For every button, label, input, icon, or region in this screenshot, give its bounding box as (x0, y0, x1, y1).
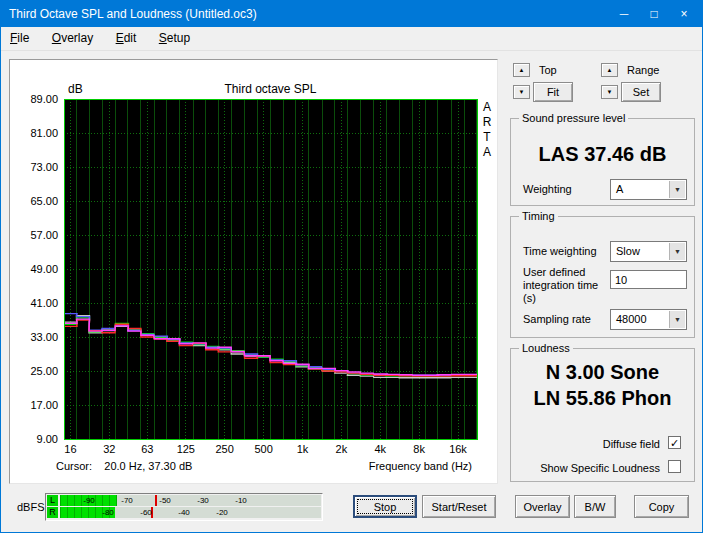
spl-plot[interactable]: 89.0081.0073.0065.0057.0049.0041.0033.00… (10, 60, 499, 485)
time-weighting-value: Slow (616, 245, 640, 257)
y-tick-label: 41.00 (30, 297, 58, 309)
meter-scale-label: -40 (178, 508, 190, 517)
spl-value: LAS 37.46 dB (511, 143, 694, 166)
integration-time-input[interactable] (610, 270, 687, 289)
sampling-rate-select[interactable]: 48000 ▼ (610, 309, 687, 330)
x-tick-label: 2k (336, 443, 348, 455)
sampling-rate-label: Sampling rate (523, 313, 591, 325)
weighting-select[interactable]: A ▼ (610, 179, 687, 200)
meter-bar: -90-70-50-30-10 (60, 495, 321, 506)
fit-button[interactable]: Fit (533, 82, 573, 102)
level-meter: L-90-70-50-30-10R-80-60-40-20 (45, 493, 323, 521)
window-title: Third Octave SPL and Loudness (Untitled.… (9, 1, 257, 27)
diffuse-field-checkbox[interactable]: ✓ (668, 436, 681, 449)
timing-group-legend: Timing (519, 210, 558, 222)
x-tick-label: 4k (374, 443, 386, 455)
integration-time-label: User defined integration time (s) (523, 266, 607, 305)
loudness-group: Loudness N 3.00 Sone LN 55.86 Phon Diffu… (510, 348, 695, 482)
loudness-n-value: N 3.00 Sone (511, 361, 694, 384)
range-up-button[interactable]: ▲ (601, 63, 618, 77)
app-window: Third Octave SPL and Loudness (Untitled.… (0, 0, 703, 533)
dropdown-arrow-icon[interactable]: ▼ (669, 243, 685, 260)
spl-group: Sound pressure level LAS 37.46 dB Weight… (510, 118, 695, 206)
y-tick-label: 9.00 (37, 433, 58, 445)
top-up-button[interactable]: ▲ (513, 63, 530, 77)
stop-button[interactable]: Stop (353, 495, 417, 518)
time-weighting-label: Time weighting (523, 245, 597, 257)
channel-label: L (47, 495, 58, 506)
menu-edit[interactable]: Edit (107, 27, 146, 49)
overlay-button[interactable]: Overlay (515, 495, 570, 518)
menu-bar: File Overlay Edit Setup (1, 27, 702, 51)
chart-title: Third octave SPL (64, 82, 477, 96)
weighting-value: A (616, 183, 623, 195)
top-down-button[interactable]: ▼ (513, 85, 530, 99)
x-axis-label: Frequency band (Hz) (369, 460, 472, 472)
show-specific-loudness-checkbox[interactable] (668, 460, 681, 473)
menu-setup[interactable]: Setup (150, 27, 199, 49)
meter-scale-label: -60 (140, 508, 152, 517)
peak-indicator (155, 495, 157, 506)
meter-scale-label: -80 (102, 508, 114, 517)
copy-button[interactable]: Copy (634, 495, 689, 518)
x-tick-label: 8k (413, 443, 425, 455)
arta-watermark: ARTA (481, 100, 493, 160)
dbfs-label: dBFS (17, 501, 45, 513)
meter-scale-label: -90 (83, 496, 95, 505)
meter-scale-label: -50 (159, 496, 171, 505)
dropdown-arrow-icon[interactable]: ▼ (669, 181, 685, 198)
y-tick-label: 57.00 (30, 229, 58, 241)
channel-label: R (47, 507, 58, 518)
top-label: Top (539, 64, 557, 76)
menu-file[interactable]: File (1, 27, 38, 49)
y-tick-label: 89.00 (30, 93, 58, 105)
meter-row-l: L-90-70-50-30-10 (47, 495, 322, 506)
loudness-ln-value: LN 55.86 Phon (511, 387, 694, 410)
title-bar[interactable]: Third Octave SPL and Loudness (Untitled.… (1, 1, 702, 27)
x-tick-label: 250 (216, 443, 234, 455)
x-tick-label: 125 (177, 443, 195, 455)
meter-row-r: R-80-60-40-20 (47, 507, 322, 518)
x-tick-label: 16k (449, 443, 467, 455)
dropdown-arrow-icon[interactable]: ▼ (669, 311, 685, 328)
start-reset-button[interactable]: Start/Reset (422, 495, 496, 518)
x-tick-label: 16 (64, 443, 76, 455)
range-label: Range (627, 64, 659, 76)
menu-overlay[interactable]: Overlay (43, 27, 102, 49)
spl-group-legend: Sound pressure level (519, 112, 628, 124)
meter-scale-label: -10 (235, 496, 247, 505)
y-tick-label: 49.00 (30, 263, 58, 275)
chart-panel: 89.0081.0073.0065.0057.0049.0041.0033.00… (9, 59, 498, 484)
y-tick-label: 17.00 (30, 399, 58, 411)
close-button[interactable]: × (670, 4, 698, 24)
time-weighting-select[interactable]: Slow ▼ (610, 241, 687, 262)
loudness-group-legend: Loudness (519, 342, 573, 354)
x-tick-label: 500 (254, 443, 272, 455)
x-tick-label: 63 (141, 443, 153, 455)
y-tick-label: 25.00 (30, 365, 58, 377)
set-button[interactable]: Set (621, 82, 661, 102)
timing-group: Timing Time weighting Slow ▼ User define… (510, 216, 695, 338)
sampling-rate-value: 48000 (616, 313, 647, 325)
bw-button[interactable]: B/W (574, 495, 616, 518)
show-specific-loudness-label: Show Specific Loudness (540, 462, 660, 474)
cursor-readout: Cursor: 20.0 Hz, 37.30 dB (56, 460, 192, 472)
y-tick-label: 65.00 (30, 195, 58, 207)
meter-bar: -80-60-40-20 (60, 507, 321, 518)
meter-scale-label: -20 (216, 508, 228, 517)
x-tick-label: 1k (297, 443, 309, 455)
meter-scale-label: -70 (121, 496, 133, 505)
maximize-button[interactable]: □ (640, 4, 668, 24)
minimize-button[interactable]: ─ (610, 4, 638, 24)
y-tick-label: 73.00 (30, 161, 58, 173)
x-tick-label: 32 (103, 443, 115, 455)
diffuse-field-label: Diffuse field (603, 438, 660, 450)
y-tick-label: 81.00 (30, 127, 58, 139)
y-tick-label: 33.00 (30, 331, 58, 343)
range-down-button[interactable]: ▼ (601, 85, 618, 99)
weighting-label: Weighting (523, 183, 572, 195)
meter-scale-label: -30 (197, 496, 209, 505)
